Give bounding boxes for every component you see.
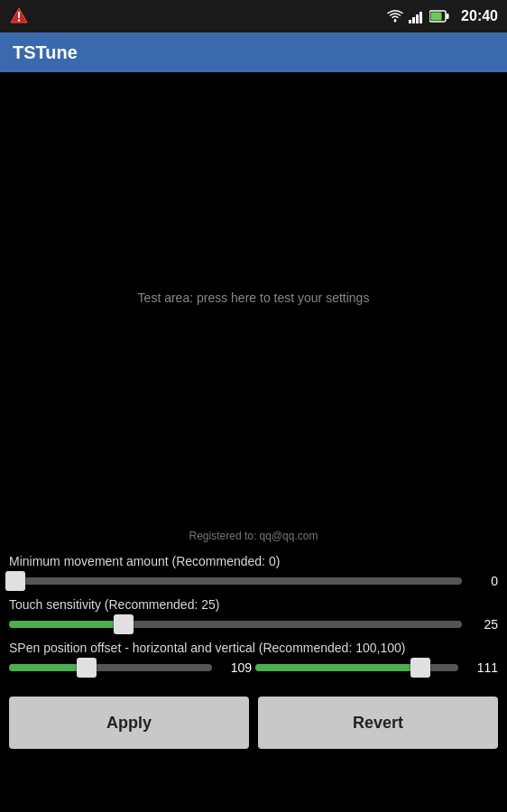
svg-rect-6	[416, 14, 419, 23]
min-movement-slider[interactable]	[9, 572, 462, 590]
wifi-icon	[386, 9, 404, 23]
spen-h-value: 109	[223, 660, 252, 675]
revert-button[interactable]: Revert	[258, 697, 498, 749]
min-movement-row: 0	[9, 572, 498, 590]
app-icon	[9, 6, 29, 26]
controls-area: Minimum movement amount (Recommended: 0)…	[0, 549, 507, 693]
min-movement-label: Minimum movement amount (Recommended: 0)	[9, 554, 498, 568]
spen-label: SPen position offset - horizontal and ve…	[9, 641, 498, 655]
test-area[interactable]: Test area: press here to test your setti…	[0, 72, 507, 523]
touch-sensitivity-row: 25	[9, 615, 498, 633]
spen-h-track	[9, 664, 212, 671]
status-bar: 20:40	[0, 0, 507, 32]
apply-button[interactable]: Apply	[9, 697, 249, 749]
touch-sensitivity-thumb[interactable]	[114, 614, 134, 634]
svg-rect-9	[447, 14, 449, 19]
spen-horizontal-slider[interactable]	[9, 659, 212, 677]
battery-icon	[429, 10, 449, 23]
svg-point-2	[18, 19, 20, 21]
buttons-area: Apply Revert	[0, 693, 507, 758]
min-movement-thumb[interactable]	[5, 571, 25, 591]
spen-v-track	[255, 664, 458, 671]
signal-icon	[409, 9, 425, 23]
svg-rect-10	[431, 13, 442, 21]
page-title: TSTune	[13, 42, 78, 63]
registered-text: Registered to: qq@qq.com	[189, 530, 318, 542]
min-movement-track	[9, 577, 462, 585]
svg-rect-5	[412, 17, 415, 23]
registered-info: Registered to: qq@qq.com	[0, 523, 507, 549]
status-icons: 20:40	[386, 8, 498, 24]
svg-point-3	[394, 20, 397, 23]
spen-h-fill	[9, 664, 80, 671]
spen-row: 109 111	[9, 659, 498, 677]
touch-sensitivity-track	[9, 621, 462, 628]
test-area-label: Test area: press here to test your setti…	[138, 291, 370, 305]
svg-rect-7	[419, 12, 422, 23]
spen-v-fill	[255, 664, 414, 671]
svg-rect-4	[409, 20, 411, 23]
touch-sensitivity-fill	[9, 621, 117, 628]
spen-vertical-slider[interactable]	[255, 659, 458, 677]
spen-v-value: 111	[469, 660, 498, 675]
title-bar: TSTune	[0, 32, 507, 72]
min-movement-value: 0	[469, 574, 498, 588]
spen-h-thumb[interactable]	[77, 658, 97, 678]
touch-sensitivity-slider[interactable]	[9, 615, 462, 633]
touch-sensitivity-value: 25	[469, 617, 498, 632]
touch-sensitivity-label: Touch sensitivity (Recommended: 25)	[9, 597, 498, 612]
spen-v-thumb[interactable]	[410, 658, 430, 678]
status-time: 20:40	[461, 8, 498, 24]
